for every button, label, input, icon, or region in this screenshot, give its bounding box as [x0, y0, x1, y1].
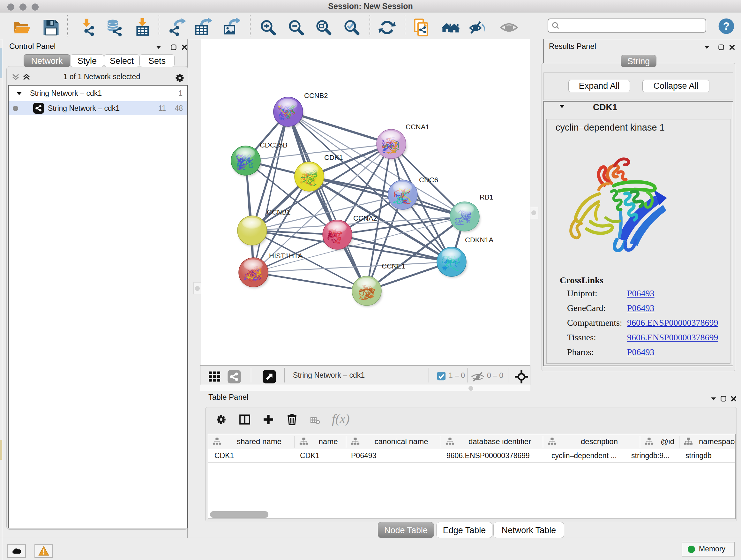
svg-text:CCNA2: CCNA2: [353, 214, 377, 222]
svg-text:CCNE1: CCNE1: [382, 262, 406, 270]
svg-text:CDC6: CDC6: [419, 176, 438, 184]
svg-text:RB1: RB1: [480, 193, 493, 201]
svg-text:CDKN1A: CDKN1A: [465, 236, 494, 244]
svg-text:HIST1H1A: HIST1H1A: [269, 252, 302, 260]
svg-text:CCNA1: CCNA1: [406, 123, 429, 131]
svg-text:?: ?: [723, 20, 730, 32]
svg-text:CDC25B: CDC25B: [260, 141, 287, 149]
svg-text:CDK1: CDK1: [324, 153, 343, 162]
svg-text:CCNB2: CCNB2: [304, 91, 328, 100]
svg-text:CCNB1: CCNB1: [267, 208, 291, 216]
